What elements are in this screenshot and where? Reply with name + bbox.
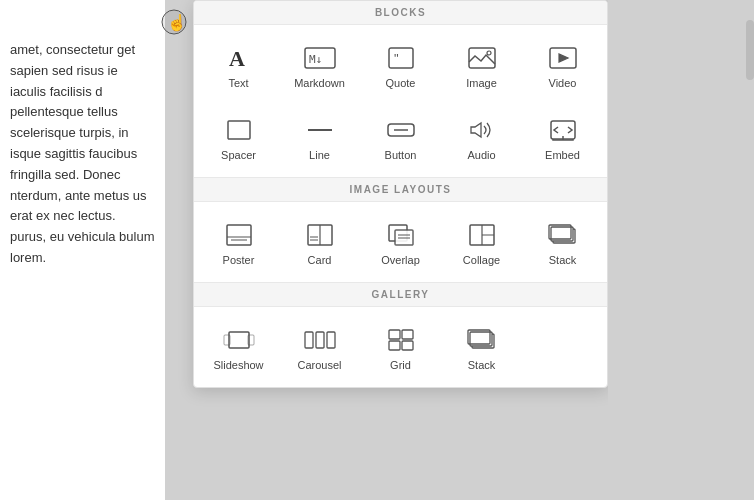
grid-label: Grid [390, 359, 411, 371]
button-label: Button [385, 149, 417, 161]
markdown-label: Markdown [294, 77, 345, 89]
poster-icon [221, 220, 257, 250]
layout-stack[interactable]: Stack [522, 210, 603, 274]
cursor-icon: ☝ [160, 8, 188, 36]
slideshow-label: Slideshow [213, 359, 263, 371]
block-video[interactable]: Video [522, 33, 603, 97]
collage-icon [464, 220, 500, 250]
svg-text:": " [394, 51, 399, 66]
markdown-icon: M↓ [302, 43, 338, 73]
grid-icon [383, 325, 419, 355]
block-embed[interactable]: Embed [522, 105, 603, 169]
card-icon [302, 220, 338, 250]
video-label: Video [549, 77, 577, 89]
svg-rect-39 [316, 332, 324, 348]
svg-text:M↓: M↓ [309, 53, 322, 66]
block-markdown[interactable]: M↓ Markdown [279, 33, 360, 97]
blocks-header: BLOCKS [194, 1, 607, 25]
gallery-grid[interactable]: Grid [360, 315, 441, 379]
gallery-stack[interactable]: Stack [441, 315, 522, 379]
audio-icon [464, 115, 500, 145]
block-button[interactable]: Button [360, 105, 441, 169]
svg-text:☝: ☝ [167, 13, 187, 32]
stack-gal-label: Stack [468, 359, 496, 371]
block-text[interactable]: A Text [198, 33, 279, 97]
svg-rect-40 [327, 332, 335, 348]
svg-rect-44 [402, 341, 413, 350]
card-label: Card [308, 254, 332, 266]
svg-rect-18 [227, 225, 251, 245]
stack-gal-icon [464, 325, 500, 355]
block-quote[interactable]: " Quote [360, 33, 441, 97]
svg-point-8 [487, 51, 491, 55]
spacer-label: Spacer [221, 149, 256, 161]
svg-rect-35 [229, 332, 249, 348]
svg-rect-43 [389, 341, 400, 350]
stack-img-icon [545, 220, 581, 250]
quote-icon: " [383, 43, 419, 73]
carousel-label: Carousel [297, 359, 341, 371]
svg-text:A: A [229, 46, 245, 70]
poster-label: Poster [223, 254, 255, 266]
right-gray-area [608, 0, 754, 500]
svg-rect-42 [402, 330, 413, 339]
block-spacer[interactable]: Spacer [198, 105, 279, 169]
gallery-slideshow[interactable]: Slideshow [198, 315, 279, 379]
video-icon [545, 43, 581, 73]
layout-poster[interactable]: Poster [198, 210, 279, 274]
quote-label: Quote [386, 77, 416, 89]
image-layouts-grid: Poster Card Ov [194, 202, 607, 282]
svg-marker-10 [559, 54, 568, 62]
blocks-row1: A Text M↓ Markdown " Quote [194, 25, 607, 105]
dropdown-panel: BLOCKS A Text M↓ Markdown [193, 0, 608, 388]
button-icon [383, 115, 419, 145]
block-audio[interactable]: Audio [441, 105, 522, 169]
embed-icon [545, 115, 581, 145]
audio-label: Audio [467, 149, 495, 161]
svg-marker-15 [471, 123, 481, 137]
stack-img-label: Stack [549, 254, 577, 266]
blocks-row2: Spacer Line Button [194, 105, 607, 177]
text-icon: A [221, 43, 257, 73]
image-layouts-header: IMAGE LAYOUTS [194, 177, 607, 202]
overlap-icon [383, 220, 419, 250]
layout-overlap[interactable]: Overlap [360, 210, 441, 274]
gallery-grid: Slideshow Carousel [194, 307, 607, 387]
collage-label: Collage [463, 254, 500, 266]
spacer-icon [221, 115, 257, 145]
carousel-icon [302, 325, 338, 355]
scrollbar-thumb[interactable] [746, 20, 754, 80]
gallery-header: GALLERY [194, 282, 607, 307]
overlap-label: Overlap [381, 254, 420, 266]
svg-rect-5 [389, 48, 413, 68]
slideshow-icon [221, 325, 257, 355]
gallery-carousel[interactable]: Carousel [279, 315, 360, 379]
line-icon [302, 115, 338, 145]
text-label: Text [228, 77, 248, 89]
background-text: amet, consectetur get sapien sed risus i… [0, 0, 165, 500]
image-icon [464, 43, 500, 73]
svg-rect-38 [305, 332, 313, 348]
block-image[interactable]: Image [441, 33, 522, 97]
embed-label: Embed [545, 149, 580, 161]
block-line[interactable]: Line [279, 105, 360, 169]
layout-card[interactable]: Card [279, 210, 360, 274]
svg-rect-41 [389, 330, 400, 339]
layout-collage[interactable]: Collage [441, 210, 522, 274]
image-label: Image [466, 77, 497, 89]
line-label: Line [309, 149, 330, 161]
svg-rect-11 [228, 121, 250, 139]
